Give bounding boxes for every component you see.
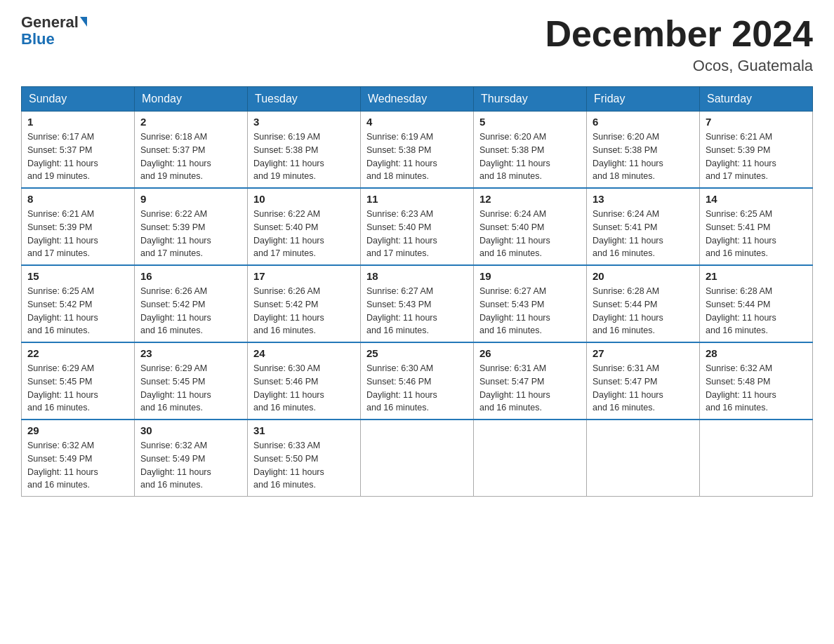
day-number: 26 [479, 347, 581, 359]
title-block: December 2024 Ocos, Guatemala [545, 14, 813, 75]
calendar-cell: 6Sunrise: 6:20 AMSunset: 5:38 PMDaylight… [587, 112, 700, 189]
day-info: Sunrise: 6:32 AMSunset: 5:49 PMDaylight:… [140, 439, 241, 492]
col-sunday: Sunday [22, 87, 135, 112]
logo-top: General [21, 14, 87, 31]
day-info: Sunrise: 6:29 AMSunset: 5:45 PMDaylight:… [27, 362, 128, 415]
calendar-week-row: 8Sunrise: 6:21 AMSunset: 5:39 PMDaylight… [22, 188, 813, 265]
day-number: 12 [479, 193, 581, 205]
calendar-cell: 26Sunrise: 6:31 AMSunset: 5:47 PMDayligh… [474, 342, 587, 420]
logo: General Blue [21, 14, 87, 48]
day-number: 30 [140, 424, 241, 436]
col-monday: Monday [135, 87, 248, 112]
calendar-cell: 12Sunrise: 6:24 AMSunset: 5:40 PMDayligh… [474, 188, 587, 265]
calendar-cell: 4Sunrise: 6:19 AMSunset: 5:38 PMDaylight… [361, 112, 474, 189]
calendar-header-row: Sunday Monday Tuesday Wednesday Thursday… [22, 87, 813, 112]
calendar-cell: 29Sunrise: 6:32 AMSunset: 5:49 PMDayligh… [22, 420, 135, 497]
day-number: 28 [706, 347, 807, 359]
day-info: Sunrise: 6:33 AMSunset: 5:50 PMDaylight:… [253, 439, 355, 492]
col-thursday: Thursday [474, 87, 587, 112]
calendar-cell: 31Sunrise: 6:33 AMSunset: 5:50 PMDayligh… [248, 420, 361, 497]
day-info: Sunrise: 6:20 AMSunset: 5:38 PMDaylight:… [479, 130, 581, 183]
day-number: 5 [479, 116, 581, 128]
col-saturday: Saturday [700, 87, 813, 112]
calendar-cell: 16Sunrise: 6:26 AMSunset: 5:42 PMDayligh… [135, 265, 248, 342]
calendar-cell [587, 420, 700, 497]
logo-general-text: General [21, 13, 79, 31]
logo-blue-text: Blue [21, 31, 87, 48]
day-info: Sunrise: 6:29 AMSunset: 5:45 PMDaylight:… [140, 362, 241, 415]
day-number: 31 [253, 424, 355, 436]
calendar-cell: 10Sunrise: 6:22 AMSunset: 5:40 PMDayligh… [248, 188, 361, 265]
day-info: Sunrise: 6:31 AMSunset: 5:47 PMDaylight:… [593, 362, 694, 415]
calendar-cell [700, 420, 813, 497]
day-info: Sunrise: 6:26 AMSunset: 5:42 PMDaylight:… [253, 285, 355, 337]
col-tuesday: Tuesday [248, 87, 361, 112]
col-wednesday: Wednesday [361, 87, 474, 112]
calendar-cell: 8Sunrise: 6:21 AMSunset: 5:39 PMDaylight… [22, 188, 135, 265]
calendar-cell: 7Sunrise: 6:21 AMSunset: 5:39 PMDaylight… [700, 112, 813, 189]
page-subtitle: Ocos, Guatemala [545, 57, 813, 75]
calendar-table: Sunday Monday Tuesday Wednesday Thursday… [21, 86, 813, 497]
day-info: Sunrise: 6:30 AMSunset: 5:46 PMDaylight:… [253, 362, 355, 415]
day-number: 4 [366, 116, 468, 128]
calendar-cell: 3Sunrise: 6:19 AMSunset: 5:38 PMDaylight… [248, 112, 361, 189]
day-info: Sunrise: 6:24 AMSunset: 5:40 PMDaylight:… [479, 208, 581, 260]
calendar-week-row: 1Sunrise: 6:17 AMSunset: 5:37 PMDaylight… [22, 112, 813, 189]
calendar-week-row: 15Sunrise: 6:25 AMSunset: 5:42 PMDayligh… [22, 265, 813, 342]
calendar-cell [474, 420, 587, 497]
day-info: Sunrise: 6:22 AMSunset: 5:40 PMDaylight:… [253, 208, 355, 260]
calendar-cell: 24Sunrise: 6:30 AMSunset: 5:46 PMDayligh… [248, 342, 361, 420]
day-info: Sunrise: 6:32 AMSunset: 5:49 PMDaylight:… [27, 439, 128, 492]
day-info: Sunrise: 6:25 AMSunset: 5:41 PMDaylight:… [706, 208, 807, 260]
calendar-cell: 2Sunrise: 6:18 AMSunset: 5:37 PMDaylight… [135, 112, 248, 189]
calendar-week-row: 22Sunrise: 6:29 AMSunset: 5:45 PMDayligh… [22, 342, 813, 420]
calendar-cell: 14Sunrise: 6:25 AMSunset: 5:41 PMDayligh… [700, 188, 813, 265]
day-info: Sunrise: 6:30 AMSunset: 5:46 PMDaylight:… [366, 362, 468, 415]
day-info: Sunrise: 6:19 AMSunset: 5:38 PMDaylight:… [366, 130, 468, 183]
day-info: Sunrise: 6:27 AMSunset: 5:43 PMDaylight:… [479, 285, 581, 337]
day-number: 18 [366, 270, 468, 282]
day-info: Sunrise: 6:28 AMSunset: 5:44 PMDaylight:… [593, 285, 694, 337]
calendar-cell: 25Sunrise: 6:30 AMSunset: 5:46 PMDayligh… [361, 342, 474, 420]
day-info: Sunrise: 6:20 AMSunset: 5:38 PMDaylight:… [593, 130, 694, 183]
day-number: 20 [593, 270, 694, 282]
calendar-cell: 11Sunrise: 6:23 AMSunset: 5:40 PMDayligh… [361, 188, 474, 265]
calendar-week-row: 29Sunrise: 6:32 AMSunset: 5:49 PMDayligh… [22, 420, 813, 497]
day-info: Sunrise: 6:25 AMSunset: 5:42 PMDaylight:… [27, 285, 128, 337]
day-info: Sunrise: 6:28 AMSunset: 5:44 PMDaylight:… [706, 285, 807, 337]
col-friday: Friday [587, 87, 700, 112]
day-info: Sunrise: 6:22 AMSunset: 5:39 PMDaylight:… [140, 208, 241, 260]
page-title: December 2024 [545, 14, 813, 54]
calendar-cell: 15Sunrise: 6:25 AMSunset: 5:42 PMDayligh… [22, 265, 135, 342]
day-number: 3 [253, 116, 355, 128]
day-number: 2 [140, 116, 241, 128]
day-info: Sunrise: 6:19 AMSunset: 5:38 PMDaylight:… [253, 130, 355, 183]
calendar-cell: 9Sunrise: 6:22 AMSunset: 5:39 PMDaylight… [135, 188, 248, 265]
calendar-cell: 18Sunrise: 6:27 AMSunset: 5:43 PMDayligh… [361, 265, 474, 342]
day-number: 25 [366, 347, 468, 359]
day-info: Sunrise: 6:32 AMSunset: 5:48 PMDaylight:… [706, 362, 807, 415]
day-info: Sunrise: 6:31 AMSunset: 5:47 PMDaylight:… [479, 362, 581, 415]
day-number: 13 [593, 193, 694, 205]
day-number: 10 [253, 193, 355, 205]
calendar-cell: 27Sunrise: 6:31 AMSunset: 5:47 PMDayligh… [587, 342, 700, 420]
calendar-cell: 28Sunrise: 6:32 AMSunset: 5:48 PMDayligh… [700, 342, 813, 420]
calendar-cell: 23Sunrise: 6:29 AMSunset: 5:45 PMDayligh… [135, 342, 248, 420]
day-info: Sunrise: 6:17 AMSunset: 5:37 PMDaylight:… [27, 130, 128, 183]
day-number: 23 [140, 347, 241, 359]
day-number: 21 [706, 270, 807, 282]
day-info: Sunrise: 6:26 AMSunset: 5:42 PMDaylight:… [140, 285, 241, 337]
logo-triangle-icon [80, 17, 87, 27]
calendar-cell: 30Sunrise: 6:32 AMSunset: 5:49 PMDayligh… [135, 420, 248, 497]
day-number: 27 [593, 347, 694, 359]
day-info: Sunrise: 6:23 AMSunset: 5:40 PMDaylight:… [366, 208, 468, 260]
day-number: 14 [706, 193, 807, 205]
day-number: 1 [27, 116, 128, 128]
day-info: Sunrise: 6:24 AMSunset: 5:41 PMDaylight:… [593, 208, 694, 260]
calendar-cell: 17Sunrise: 6:26 AMSunset: 5:42 PMDayligh… [248, 265, 361, 342]
day-number: 24 [253, 347, 355, 359]
calendar-cell: 21Sunrise: 6:28 AMSunset: 5:44 PMDayligh… [700, 265, 813, 342]
day-info: Sunrise: 6:27 AMSunset: 5:43 PMDaylight:… [366, 285, 468, 337]
day-number: 19 [479, 270, 581, 282]
day-number: 15 [27, 270, 128, 282]
